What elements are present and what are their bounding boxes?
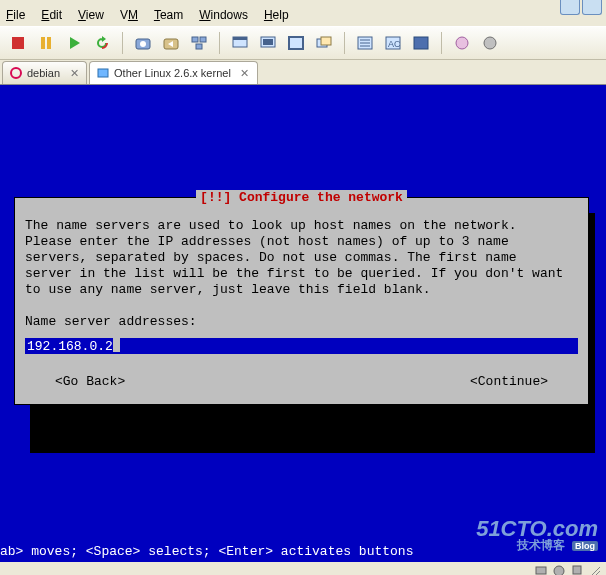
menu-file[interactable]: File	[6, 8, 25, 22]
toolbar-separator	[441, 32, 442, 54]
toolbar-separator	[122, 32, 123, 54]
svg-point-31	[554, 566, 564, 575]
svg-rect-12	[233, 37, 247, 40]
quick-switch-button[interactable]	[256, 31, 280, 55]
revert-snapshot-button[interactable]	[159, 31, 183, 55]
console-view-button[interactable]	[409, 31, 433, 55]
svg-point-27	[484, 37, 496, 49]
tab-other-linux[interactable]: Other Linux 2.6.x kernel ✕	[89, 61, 258, 84]
fullscreen-button[interactable]	[284, 31, 308, 55]
device-icon[interactable]	[534, 563, 548, 575]
go-back-button[interactable]: <Go Back>	[55, 374, 125, 390]
menu-team[interactable]: Team	[154, 8, 183, 22]
menu-help[interactable]: Help	[264, 8, 289, 22]
pause-button[interactable]	[34, 31, 58, 55]
tab-label: debian	[27, 67, 60, 79]
watermark-badge: Blog	[572, 541, 598, 551]
dialog-title: [!!] Configure the network	[15, 190, 588, 206]
status-tray	[534, 563, 602, 575]
summary-view-button[interactable]	[353, 31, 377, 55]
dialog-button-row: <Go Back> <Continue>	[25, 374, 578, 390]
menu-edit[interactable]: Edit	[41, 8, 62, 22]
svg-line-34	[596, 571, 600, 575]
toolbar-separator	[344, 32, 345, 54]
maximize-button[interactable]	[582, 0, 602, 15]
minimize-button[interactable]	[560, 0, 580, 15]
stop-button[interactable]	[6, 31, 30, 55]
debian-icon	[9, 66, 23, 80]
text-cursor	[113, 338, 120, 352]
continue-button[interactable]: <Continue>	[470, 374, 548, 390]
play-button[interactable]	[62, 31, 86, 55]
quick-switch1-button[interactable]	[450, 31, 474, 55]
tab-bar: debian ✕ Other Linux 2.6.x kernel ✕	[0, 60, 606, 85]
svg-text:ACE: ACE	[388, 39, 401, 49]
input-value: 192.168.0.2	[27, 339, 113, 354]
menu-bar: File Edit View VM Team Windows Help	[0, 0, 606, 26]
svg-rect-8	[192, 37, 198, 42]
svg-rect-25	[414, 37, 428, 49]
window-controls	[560, 0, 602, 15]
svg-rect-10	[196, 44, 202, 49]
svg-rect-1	[41, 37, 45, 49]
unity-button[interactable]	[312, 31, 336, 55]
show-console-button[interactable]	[228, 31, 252, 55]
device-icon[interactable]	[552, 563, 566, 575]
dialog-title-text: [!!] Configure the network	[196, 190, 407, 205]
toolbar-separator	[219, 32, 220, 54]
snapshot-manager-button[interactable]	[187, 31, 211, 55]
tab-label: Other Linux 2.6.x kernel	[114, 67, 231, 79]
svg-point-28	[11, 68, 21, 78]
restart-button[interactable]	[90, 31, 114, 55]
svg-rect-15	[289, 37, 303, 49]
configure-network-dialog: [!!] Configure the network The name serv…	[14, 197, 589, 405]
watermark-line1: 51CTO.com	[476, 521, 598, 537]
dialog-prompt-label: Name server addresses:	[25, 314, 578, 330]
svg-point-5	[140, 41, 146, 47]
svg-rect-29	[98, 69, 108, 77]
svg-rect-2	[47, 37, 51, 49]
svg-rect-32	[573, 566, 581, 574]
tab-debian[interactable]: debian ✕	[2, 61, 87, 84]
svg-point-26	[456, 37, 468, 49]
menu-windows[interactable]: Windows	[199, 8, 248, 22]
close-icon[interactable]: ✕	[68, 67, 80, 79]
name-server-addresses-input[interactable]: 192.168.0.2	[25, 338, 578, 354]
toolbar: ACE	[0, 26, 606, 60]
dialog-body-text: The name servers are used to look up hos…	[25, 218, 578, 298]
svg-rect-30	[536, 567, 546, 574]
svg-line-33	[592, 567, 600, 575]
close-icon[interactable]: ✕	[239, 67, 251, 79]
menu-view[interactable]: View	[78, 8, 104, 22]
device-icon[interactable]	[570, 563, 584, 575]
watermark: 51CTO.com 技术博客 Blog	[476, 521, 598, 554]
quick-switch2-button[interactable]	[478, 31, 502, 55]
svg-rect-0	[12, 37, 24, 49]
snapshot-button[interactable]	[131, 31, 155, 55]
guest-viewport: [!!] Configure the network The name serv…	[0, 85, 606, 575]
svg-rect-18	[321, 37, 331, 45]
host-status-bar	[0, 562, 606, 575]
svg-rect-14	[263, 39, 273, 45]
vm-icon	[96, 66, 110, 80]
svg-marker-3	[70, 37, 80, 49]
resize-grip-icon	[588, 563, 602, 575]
svg-rect-9	[200, 37, 206, 42]
appliance-view-button[interactable]: ACE	[381, 31, 405, 55]
menu-vm[interactable]: VM	[120, 8, 138, 22]
